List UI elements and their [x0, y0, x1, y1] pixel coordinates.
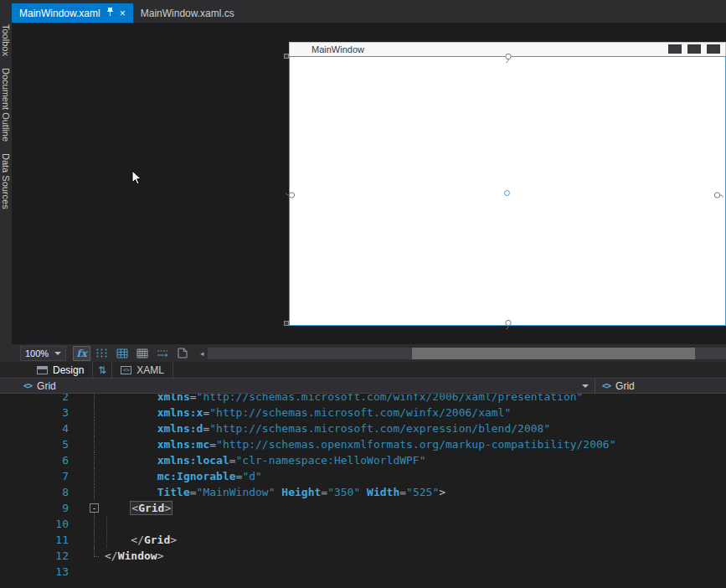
fold-margin	[72, 405, 100, 420]
swap-panes-icon[interactable]: ⇅	[92, 362, 112, 378]
document-tab-bar: MainWindow.xaml × MainWindow.xaml.cs	[0, 0, 726, 23]
xaml-code-editor[interactable]: 2 xmlns="http://schemas.microsoft.com/wi…	[0, 394, 726, 588]
code-line[interactable]: 6 xmlns:local="clr-namespace:HelloWorldW…	[0, 452, 726, 468]
annotations-button[interactable]	[173, 346, 191, 361]
corner-handle-top-left[interactable]	[284, 54, 289, 59]
line-number: 11	[0, 532, 72, 548]
anchor-top-icon[interactable]	[504, 53, 512, 64]
code-line[interactable]: 3 xmlns:x="http://schemas.microsoft.com/…	[0, 405, 726, 420]
gridlines-button[interactable]	[113, 346, 131, 361]
sidebar-tab-data-sources[interactable]: Data Sources	[1, 153, 11, 209]
code-line[interactable]: 13	[0, 564, 726, 580]
fold-margin	[72, 452, 100, 468]
snap-grid-button[interactable]	[93, 346, 111, 361]
xaml-tab-label: XAML	[136, 364, 164, 376]
designer-toolbar: 100% fx ◂	[0, 344, 726, 362]
preview-window-title: MainWindow	[312, 44, 364, 54]
fold-margin	[72, 468, 100, 484]
snaplines-button[interactable]	[153, 346, 171, 361]
tab-label: MainWindow.xaml.cs	[141, 8, 234, 19]
code-line[interactable]: 4 xmlns:d="http://schemas.microsoft.com/…	[0, 420, 726, 436]
chevron-down-icon	[582, 384, 589, 388]
code-text: xmlns="http://schemas.microsoft.com/winf…	[100, 394, 726, 405]
center-anchor-icon[interactable]	[504, 190, 510, 196]
code-line[interactable]: 12</Window>	[0, 548, 726, 564]
code-text: xmlns:local="clr-namespace:HelloWorldWPF…	[100, 452, 726, 468]
element-navigation-bar: <> Grid <> Grid	[0, 379, 726, 394]
scroll-left-icon[interactable]: ◂	[196, 349, 208, 358]
design-tab-label: Design	[53, 364, 84, 376]
vs-shell: MainWindow.xaml × MainWindow.xaml.cs Too…	[0, 0, 726, 588]
anchor-right-icon[interactable]	[713, 191, 725, 199]
tab-mainwindow-xaml-cs[interactable]: MainWindow.xaml.cs	[133, 3, 242, 23]
corner-handle-bottom-left[interactable]	[284, 321, 289, 326]
designer-region: Toolbox Document Outline Data Sources Ma…	[0, 23, 726, 344]
design-view-tab[interactable]: Design	[28, 362, 92, 378]
code-line[interactable]: 10	[0, 516, 726, 532]
code-text: </Grid>	[100, 532, 726, 548]
sidebar-tab-toolbox[interactable]: Toolbox	[1, 24, 11, 56]
fold-margin	[72, 436, 100, 452]
sidebar-tab-document-outline[interactable]: Document Outline	[1, 68, 11, 142]
code-line[interactable]: 8 Title="MainWindow" Height="350" Width=…	[0, 484, 726, 500]
line-number: 10	[0, 516, 72, 532]
tab-label: MainWindow.xaml	[19, 8, 100, 19]
fold-margin	[72, 548, 100, 564]
line-number: 4	[0, 420, 72, 436]
line-number: 6	[0, 452, 72, 468]
tab-mainwindow-xaml[interactable]: MainWindow.xaml ×	[12, 3, 133, 23]
pin-icon[interactable]	[106, 7, 114, 19]
element-combo-left[interactable]: <> Grid	[0, 379, 595, 393]
line-number: 8	[0, 484, 72, 500]
code-text	[100, 516, 726, 532]
line-number: 5	[0, 436, 72, 452]
line-number: 7	[0, 468, 72, 484]
line-number: 3	[0, 405, 72, 420]
code-text: </Window>	[100, 548, 726, 564]
preview-minimize-button	[668, 44, 682, 54]
preview-close-button	[707, 44, 720, 54]
preview-window[interactable]: MainWindow	[289, 42, 726, 326]
pixel-grid-button[interactable]	[133, 346, 151, 361]
split-view-bar: Design ⇅ <> XAML	[0, 362, 726, 379]
zoom-value: 100%	[25, 348, 49, 358]
element-combo-right[interactable]: <> Grid	[595, 379, 726, 393]
xaml-view-icon: <>	[121, 366, 131, 374]
horizontal-scrollbar[interactable]: ◂	[196, 344, 726, 362]
zoom-combo[interactable]: 100%	[20, 346, 66, 361]
code-line[interactable]: 9- <Grid>	[0, 500, 726, 516]
code-text: <Grid>	[100, 500, 726, 516]
fold-margin[interactable]: -	[72, 500, 100, 516]
close-icon[interactable]: ×	[120, 8, 126, 18]
collapse-icon[interactable]: -	[90, 503, 99, 513]
side-tool-strip: Toolbox Document Outline Data Sources	[0, 23, 12, 344]
anchor-left-icon[interactable]	[284, 191, 296, 199]
scrollbar-thumb[interactable]	[412, 348, 695, 359]
fold-margin	[72, 516, 100, 532]
code-text: mc:Ignorable="d"	[100, 468, 726, 484]
fold-margin	[72, 564, 100, 580]
designer-toolbar-buttons: fx	[73, 346, 191, 361]
code-line[interactable]: 11 </Grid>	[0, 532, 726, 548]
design-view-icon	[37, 366, 48, 374]
effects-icon: fx	[76, 348, 86, 359]
xaml-view-tab[interactable]: <> XAML	[112, 362, 173, 378]
code-line[interactable]: 2 xmlns="http://schemas.microsoft.com/wi…	[0, 394, 726, 405]
line-number: 9	[0, 500, 72, 516]
effects-button[interactable]: fx	[73, 346, 90, 361]
anchor-bottom-icon[interactable]	[504, 319, 512, 331]
code-text: xmlns:d="http://schemas.microsoft.com/ex…	[100, 420, 726, 436]
design-canvas[interactable]: MainWindow	[12, 23, 726, 344]
fold-margin	[72, 420, 100, 436]
code-text	[100, 564, 726, 580]
code-line[interactable]: 7 mc:Ignorable="d"	[0, 468, 726, 484]
code-text: xmlns:mc="http://schemas.openxmlformats.…	[100, 436, 726, 452]
scrollbar-track[interactable]	[208, 348, 726, 359]
code-line[interactable]: 5 xmlns:mc="http://schemas.openxmlformat…	[0, 436, 726, 452]
tag-icon: <>	[23, 381, 32, 390]
highlighted-element: <Grid>	[131, 502, 172, 514]
chevron-down-icon	[54, 352, 61, 355]
fold-margin	[72, 484, 100, 500]
tag-icon: <>	[602, 381, 610, 390]
element-name: Grid	[37, 380, 56, 392]
